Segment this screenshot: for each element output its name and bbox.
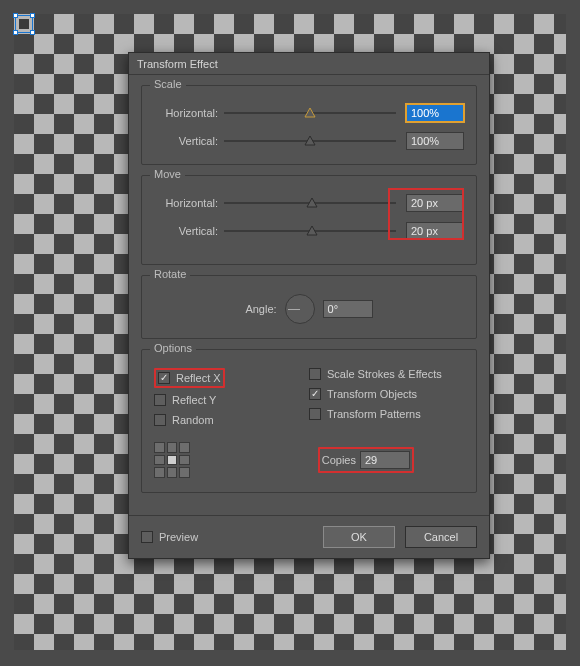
checkbox-icon [154,394,166,406]
random-label: Random [172,414,214,426]
selected-object-fill [19,19,29,29]
anchor-point-selector[interactable] [154,442,190,478]
checkbox-icon [158,372,170,384]
rotate-group-title: Rotate [150,268,190,280]
angle-dial[interactable] [285,294,315,324]
selected-object[interactable] [15,15,33,33]
preview-checkbox[interactable]: Preview [141,531,198,543]
scale-horizontal-input[interactable]: 100% [406,104,464,122]
svg-marker-2 [307,198,317,207]
rotate-angle-label: Angle: [245,303,276,315]
transform-effect-dialog: Transform Effect Scale Horizontal: 100% … [128,52,490,559]
random-checkbox[interactable]: Random [154,414,309,426]
reflect-y-checkbox[interactable]: Reflect Y [154,394,309,406]
move-group-title: Move [150,168,185,180]
scale-vertical-input[interactable]: 100% [406,132,464,150]
move-horizontal-input[interactable]: 20 px [406,194,464,212]
svg-marker-3 [307,226,317,235]
rotate-group: Rotate Angle: 0° [141,275,477,339]
move-vertical-input[interactable]: 20 px [406,222,464,240]
checkbox-icon [309,388,321,400]
checkbox-icon [141,531,153,543]
options-group-title: Options [150,342,196,354]
move-horizontal-label: Horizontal: [154,197,224,209]
resize-handle-ne[interactable] [30,13,35,18]
scale-strokes-label: Scale Strokes & Effects [327,368,442,380]
options-group: Options Reflect X Reflect Y [141,349,477,493]
highlight-box: Reflect X [154,368,225,388]
svg-marker-1 [305,136,315,145]
reflect-y-label: Reflect Y [172,394,216,406]
slider-thumb-icon[interactable] [304,106,316,118]
scale-vertical-slider[interactable] [224,134,396,148]
scale-group: Scale Horizontal: 100% Vertical: [141,85,477,165]
scale-group-title: Scale [150,78,186,90]
dialog-title: Transform Effect [137,58,218,70]
transform-patterns-checkbox[interactable]: Transform Patterns [309,408,464,420]
checkbox-icon [309,368,321,380]
reflect-x-label: Reflect X [176,372,221,384]
dialog-footer: Preview OK Cancel [129,515,489,558]
anchor-center[interactable] [167,455,178,466]
resize-handle-se[interactable] [30,30,35,35]
scale-vertical-label: Vertical: [154,135,224,147]
transform-objects-checkbox[interactable]: Transform Objects [309,388,464,400]
scale-strokes-checkbox[interactable]: Scale Strokes & Effects [309,368,464,380]
resize-handle-nw[interactable] [13,13,18,18]
move-vertical-label: Vertical: [154,225,224,237]
copies-label: Copies [322,454,356,466]
ok-button[interactable]: OK [323,526,395,548]
rotate-angle-input[interactable]: 0° [323,300,373,318]
preview-label: Preview [159,531,198,543]
cancel-button[interactable]: Cancel [405,526,477,548]
slider-thumb-icon[interactable] [306,196,318,208]
reflect-x-checkbox[interactable]: Reflect X [158,372,221,384]
scale-horizontal-label: Horizontal: [154,107,224,119]
transform-patterns-label: Transform Patterns [327,408,421,420]
copies-input[interactable]: 29 [360,451,410,469]
slider-thumb-icon[interactable] [306,224,318,236]
move-vertical-slider[interactable] [224,224,396,238]
scale-horizontal-slider[interactable] [224,106,396,120]
highlight-box: Copies 29 [318,447,414,473]
transform-objects-label: Transform Objects [327,388,417,400]
checkbox-icon [309,408,321,420]
svg-marker-0 [305,108,315,117]
checkbox-icon [154,414,166,426]
slider-thumb-icon[interactable] [304,134,316,146]
move-group: Move Horizontal: 20 px Vertical: [141,175,477,265]
move-horizontal-slider[interactable] [224,196,396,210]
resize-handle-sw[interactable] [13,30,18,35]
dialog-titlebar[interactable]: Transform Effect [129,53,489,75]
